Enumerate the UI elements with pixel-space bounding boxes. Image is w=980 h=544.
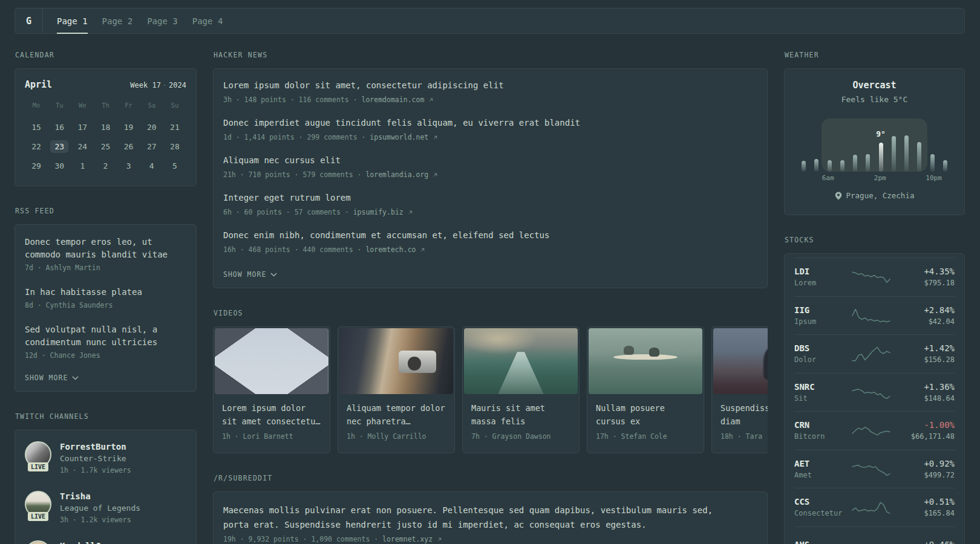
video-title-line1: Mauris sit amet bbox=[471, 402, 570, 415]
hn-item-domain[interactable]: loremtech.co bbox=[365, 245, 416, 254]
stock-symbol[interactable]: SNRC bbox=[794, 382, 846, 392]
avatar bbox=[25, 540, 51, 544]
channel-name[interactable]: KendallCarr bbox=[60, 541, 116, 544]
stock-symbol[interactable]: CRN bbox=[794, 420, 846, 430]
hn-item-title[interactable]: Donec imperdiet augue tincidunt felis al… bbox=[223, 118, 757, 128]
weekday-label: Fr bbox=[117, 102, 140, 117]
stock-sparkline bbox=[846, 421, 895, 439]
stock-row[interactable]: CCS Consectetur +0.51% $165.84 bbox=[794, 488, 955, 526]
stock-row[interactable]: AET Amet +0.92% $499.72 bbox=[794, 450, 955, 488]
rss-item: Donec tempor eros leo, ut commodo mauris… bbox=[25, 236, 186, 272]
stock-row[interactable]: DBS Dolor +1.42% $156.28 bbox=[794, 334, 955, 373]
twitch-channel[interactable]: LIVE Trisha League of Legends 3h · 1.2k … bbox=[25, 491, 186, 526]
stock-symbol[interactable]: IIG bbox=[794, 305, 846, 315]
hn-item-title[interactable]: Integer eget rutrum lorem bbox=[223, 193, 757, 203]
twitch-channel[interactable]: LIVE KendallCarr bbox=[25, 540, 186, 544]
reddit-post-title[interactable]: Maecenas mollis pulvinar erat non posuer… bbox=[223, 503, 742, 532]
calendar-day: 17 bbox=[71, 117, 94, 137]
stock-row[interactable]: AHS +0.46% bbox=[794, 526, 955, 544]
hn-item-meta: 16h · 468 points · 440 comments · loremt… bbox=[223, 245, 757, 254]
stock-price: $499.72 bbox=[895, 471, 955, 479]
stock-price: $795.18 bbox=[895, 279, 955, 287]
hn-item-meta: 3h · 148 points · 116 comments · loremdo… bbox=[223, 96, 757, 104]
channel-name[interactable]: ForrestBurton bbox=[60, 442, 131, 452]
weekday-label: We bbox=[71, 102, 94, 117]
page-tab[interactable]: Page 3 bbox=[140, 8, 185, 33]
hn-show-more-button[interactable]: SHOW MORE bbox=[223, 270, 757, 279]
stock-sparkline bbox=[846, 268, 895, 286]
video-title-line2: sit amet consectetu… bbox=[222, 415, 321, 429]
rss-show-more-button[interactable]: SHOW MORE bbox=[25, 374, 186, 382]
channel-game: Counter-Strike bbox=[60, 454, 131, 463]
page-tab[interactable]: Page 1 bbox=[50, 8, 95, 33]
hn-item-title[interactable]: Aliquam nec cursus elit bbox=[223, 155, 757, 166]
reddit-post-domain[interactable]: loremnet.xyz bbox=[382, 535, 433, 543]
stock-symbol[interactable]: AHS bbox=[794, 540, 846, 544]
hn-item-domain[interactable]: ipsumworld.net bbox=[370, 133, 428, 141]
video-title-line2: massa felis bbox=[471, 415, 570, 429]
video-meta: 7h · Grayson Dawson bbox=[471, 432, 570, 441]
hn-item-meta: 1d · 1,414 points · 299 comments · ipsum… bbox=[223, 133, 757, 141]
calendar-day: 24 bbox=[71, 137, 94, 156]
hn-item-domain[interactable]: ipsumify.biz bbox=[353, 208, 403, 216]
external-link-icon bbox=[428, 97, 434, 103]
weather-location: Prague, Czechia bbox=[794, 191, 955, 200]
rss-item-title[interactable]: Sed volutpat nulla nisl, a condimentum n… bbox=[25, 323, 186, 349]
channel-name[interactable]: Trisha bbox=[60, 491, 140, 501]
video-thumbnail[interactable] bbox=[713, 328, 768, 394]
stock-row[interactable]: IIG Ipsum +2.84% $42.04 bbox=[794, 296, 955, 335]
video-thumbnail[interactable] bbox=[339, 328, 453, 394]
video-card[interactable]: Mauris sit amet massa felis 7h · Grayson… bbox=[462, 326, 580, 453]
stock-symbol[interactable]: LDI bbox=[794, 267, 846, 276]
video-card[interactable]: Lorem ipsum dolor sit amet consectetu… 1… bbox=[213, 326, 330, 453]
stock-change: +1.36% bbox=[895, 382, 955, 392]
rss-section-title: RSS FEED bbox=[15, 207, 197, 215]
stock-name: Bitcorn bbox=[794, 432, 846, 441]
stock-sparkline bbox=[846, 460, 895, 478]
stock-row[interactable]: SNRC Sit +1.36% $148.64 bbox=[794, 373, 955, 412]
hn-item-domain[interactable]: loremdomain.com bbox=[361, 96, 424, 104]
stock-row[interactable]: LDI Lorem +4.35% $795.18 bbox=[794, 257, 955, 296]
weekday-label: Th bbox=[94, 102, 117, 117]
video-title-line1: Nullam posuere bbox=[596, 402, 695, 415]
stock-sparkline bbox=[846, 345, 895, 363]
stock-name: Amet bbox=[794, 471, 846, 479]
stock-sparkline bbox=[846, 537, 895, 544]
hacker-news-section-title: HACKER NEWS bbox=[214, 51, 768, 59]
video-thumbnail[interactable] bbox=[215, 328, 328, 394]
stock-symbol[interactable]: DBS bbox=[794, 343, 846, 353]
hn-item-title[interactable]: Lorem ipsum dolor sit amet, consectetur … bbox=[223, 80, 757, 91]
video-card[interactable]: Aliquam tempor dolor nec pharetra… 1h · … bbox=[338, 326, 455, 453]
calendar-day: 19 bbox=[117, 117, 140, 137]
video-card[interactable]: Suspendisse a ante diam 18h · Tara bbox=[711, 326, 768, 453]
calendar-days: 1516171819202122232425262728293012345 bbox=[25, 117, 186, 175]
hn-item-title[interactable]: Donec enim nibh, condimentum et accumsan… bbox=[223, 230, 757, 241]
weekday-label: Tu bbox=[48, 102, 71, 117]
weather-section: WEATHER Overcast Feels like 5°C 9° 6am2p… bbox=[784, 51, 965, 215]
videos-section-title: VIDEOS bbox=[214, 309, 768, 317]
stock-symbol[interactable]: CCS bbox=[794, 497, 846, 507]
page-tab[interactable]: Page 2 bbox=[95, 8, 140, 33]
hacker-news-widget: Lorem ipsum dolor sit amet, consectetur … bbox=[213, 68, 768, 288]
rss-item-title[interactable]: Donec tempor eros leo, ut commodo mauris… bbox=[25, 236, 186, 261]
page-tab[interactable]: Page 4 bbox=[185, 8, 230, 33]
stock-change: +0.46% bbox=[895, 540, 955, 544]
calendar-day: 22 bbox=[25, 137, 48, 156]
app-logo[interactable]: G bbox=[15, 8, 43, 33]
video-card[interactable]: Nullam posuere cursus ex 17h · Stefan Co… bbox=[587, 326, 704, 453]
video-thumbnail[interactable] bbox=[464, 328, 578, 394]
calendar-day: 23 bbox=[48, 137, 71, 156]
video-thumbnail[interactable] bbox=[589, 328, 702, 394]
video-meta: 1h · Molly Carrillo bbox=[347, 432, 446, 441]
twitch-channel[interactable]: LIVE ForrestBurton Counter-Strike 1h · 1… bbox=[25, 441, 186, 476]
stock-change: +4.35% bbox=[895, 267, 955, 276]
rss-item-title[interactable]: In hac habitasse platea bbox=[25, 286, 186, 299]
stock-symbol[interactable]: AET bbox=[794, 459, 846, 468]
weekday-label: Sa bbox=[140, 102, 163, 117]
hn-item-domain[interactable]: loremlandia.org bbox=[365, 170, 428, 179]
stocks-section: STOCKS LDI Lorem +4.35% $795.18 bbox=[784, 236, 965, 544]
hn-item-meta: 6h · 60 points · 57 comments · ipsumify.… bbox=[223, 208, 757, 216]
stock-row[interactable]: CRN Bitcorn -1.00% $66,171.48 bbox=[794, 411, 955, 450]
subreddit-section-title: /R/SUBREDDIT bbox=[214, 474, 768, 482]
external-link-icon bbox=[408, 210, 413, 215]
